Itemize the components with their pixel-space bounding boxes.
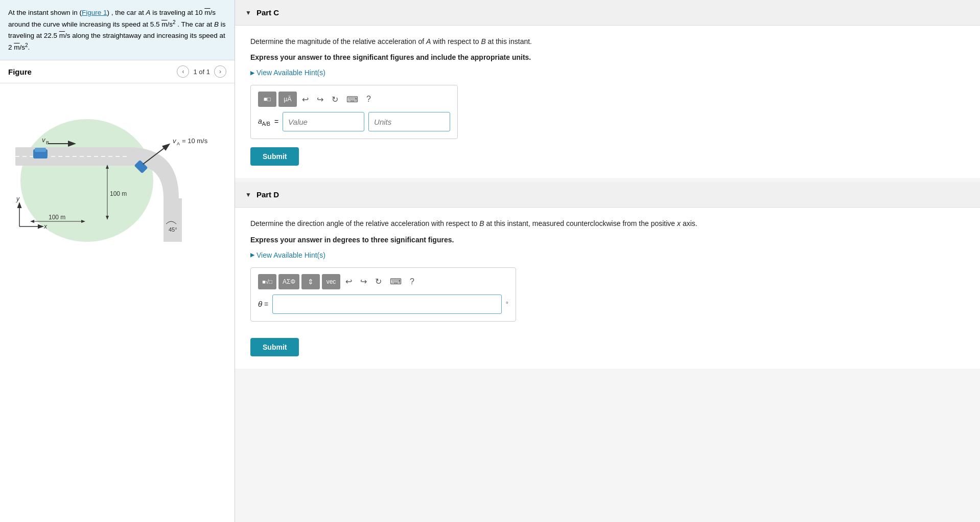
problem-text: At the instant shown in (Figure 1) , the… — [8, 9, 226, 51]
part-d-hints-link[interactable]: ▶ View Available Hint(s) — [250, 251, 965, 259]
degree-symbol: ° — [506, 300, 508, 308]
figure-page-count: 1 of 1 — [193, 68, 210, 76]
toolbar-format-btn[interactable]: μÄ — [278, 92, 297, 107]
part-c-body: Determine the magnitude of the relative … — [235, 26, 980, 178]
part-d-theta-row: θ = ° — [258, 294, 508, 314]
svg-text:100 m: 100 m — [110, 190, 127, 197]
svg-text:y: y — [16, 195, 20, 202]
radical-icon: ■√□ — [262, 279, 272, 285]
svg-text:A: A — [177, 141, 180, 146]
figure-link[interactable]: Figure 1 — [82, 9, 107, 16]
part-d-toolbar-redo-icon[interactable]: ↪ — [357, 275, 370, 288]
hints-arrow-icon: ▶ — [250, 70, 254, 76]
figure-next-button[interactable]: › — [214, 65, 226, 78]
part-c-description: Determine the magnitude of the relative … — [250, 36, 965, 47]
part-c-hints-link[interactable]: ▶ View Available Hint(s) — [250, 69, 965, 77]
part-c-eq-row: aA/B = — [258, 112, 450, 131]
svg-text:= 10 m/s: = 10 m/s — [182, 137, 208, 145]
part-d-input-area: ■√□ ΑΣΦ ⇕ vec ↩ ↪ ↻ ⌨ ? θ = — [250, 267, 516, 322]
part-c-input-area: ■□ μÄ ↩ ↪ ↻ ⌨ ? aA/B = — [250, 85, 458, 139]
part-d-submit-button[interactable]: Submit — [250, 338, 299, 356]
part-d-header: ▼ Part D — [235, 182, 980, 208]
part-c-eq-equals: = — [274, 118, 278, 126]
part-d-toolbar-refresh-icon[interactable]: ↻ — [372, 275, 385, 288]
svg-point-0 — [20, 119, 153, 242]
part-d-toolbar-help-icon[interactable]: ? — [407, 275, 417, 288]
toolbar-undo-icon[interactable]: ↩ — [299, 93, 312, 106]
part-d-collapse-icon[interactable]: ▼ — [245, 191, 251, 198]
figure-prev-button[interactable]: ‹ — [177, 65, 189, 78]
part-d-description: Determine the direction angle of the rel… — [250, 218, 965, 229]
part-d-toolbar-radical-btn[interactable]: ■√□ — [258, 274, 276, 289]
part-d-title: Part D — [256, 190, 279, 199]
part-c-title: Part C — [256, 8, 279, 17]
var-b-ref: B — [214, 20, 219, 28]
figure-title: Figure — [8, 67, 32, 76]
part-c-value-input[interactable] — [283, 112, 364, 131]
figure-diagram: v B v A = 10 m/s 100 m 100 m 45° — [5, 88, 220, 247]
figure-nav: ‹ 1 of 1 › — [177, 65, 226, 78]
part-d-toolbar-undo-icon[interactable]: ↩ — [342, 275, 355, 288]
figure-container[interactable]: v B v A = 10 m/s 100 m 100 m 45° — [0, 83, 235, 522]
problem-text-box: At the instant shown in (Figure 1) , the… — [0, 0, 235, 60]
part-c-instruction: Express your answer to three significant… — [250, 53, 965, 61]
part-d-theta-label: θ = — [258, 300, 268, 308]
toolbar-redo-icon[interactable]: ↪ — [314, 93, 326, 106]
part-c-eq-label: aA/B — [258, 117, 270, 127]
part-c-section: ▼ Part C Determine the magnitude of the … — [235, 0, 980, 178]
left-panel: At the instant shown in (Figure 1) , the… — [0, 0, 235, 522]
svg-text:B: B — [46, 140, 49, 145]
toolbar-template-btn[interactable]: ■□ — [258, 92, 276, 107]
part-d-toolbar-arrows-btn[interactable]: ⇕ — [301, 274, 320, 289]
part-d-instruction: Express your answer in degrees to three … — [250, 236, 965, 244]
figure-header: Figure ‹ 1 of 1 › — [0, 60, 235, 83]
part-c-collapse-icon[interactable]: ▼ — [245, 9, 251, 16]
figure-scroll-area: v B v A = 10 m/s 100 m 100 m 45° — [0, 83, 235, 254]
part-d-toolbar-vec-btn[interactable]: vec — [322, 274, 340, 289]
part-c-header: ▼ Part C — [235, 0, 980, 26]
toolbar-help-icon[interactable]: ? — [363, 93, 374, 106]
toolbar-keyboard-icon[interactable]: ⌨ — [343, 93, 361, 106]
part-d-section: ▼ Part D Determine the direction angle o… — [235, 182, 980, 368]
part-d-toolbar: ■√□ ΑΣΦ ⇕ vec ↩ ↪ ↻ ⌨ ? — [258, 274, 508, 289]
svg-rect-2 — [164, 198, 182, 242]
var-a-ref: A — [146, 9, 150, 16]
toolbar-refresh-icon[interactable]: ↻ — [329, 93, 341, 106]
part-c-toolbar: ■□ μÄ ↩ ↪ ↻ ⌨ ? — [258, 92, 450, 107]
part-d-toolbar-keyboard-icon[interactable]: ⌨ — [387, 275, 405, 288]
svg-text:v: v — [173, 137, 177, 145]
part-d-theta-input[interactable] — [272, 294, 502, 314]
part-c-units-input[interactable] — [368, 112, 450, 131]
part-d-hints-arrow-icon: ▶ — [250, 252, 254, 258]
svg-text:100 m: 100 m — [49, 214, 65, 221]
right-panel: ▼ Part C Determine the magnitude of the … — [235, 0, 980, 522]
svg-text:x: x — [43, 223, 48, 230]
svg-rect-5 — [35, 148, 46, 152]
svg-text:45°: 45° — [169, 226, 177, 233]
part-d-toolbar-sigma-btn[interactable]: ΑΣΦ — [278, 274, 299, 289]
part-d-body: Determine the direction angle of the rel… — [235, 208, 980, 368]
part-c-submit-button[interactable]: Submit — [250, 147, 299, 166]
